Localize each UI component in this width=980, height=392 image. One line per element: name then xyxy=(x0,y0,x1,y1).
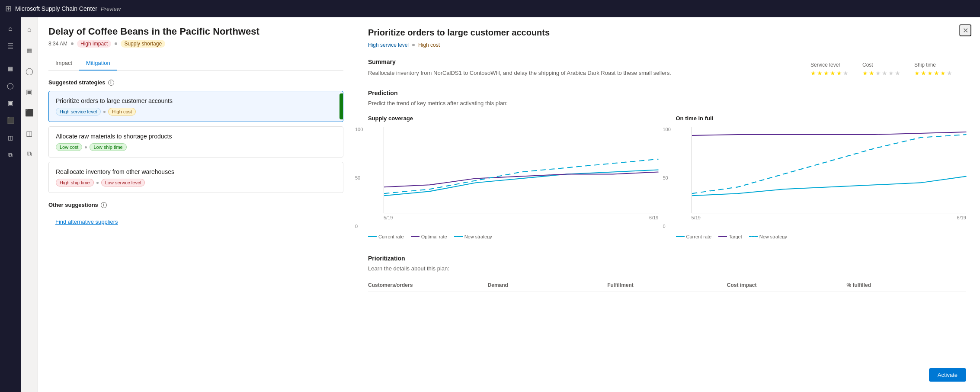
sidebar-analytics-icon[interactable]: ⬛ xyxy=(3,112,18,128)
cost-star-6: ★ xyxy=(895,70,900,77)
sidebar-person-icon[interactable]: ◯ xyxy=(3,78,18,93)
summary-text: Reallocate inventory from NorCalDS1 to C… xyxy=(368,69,793,77)
activate-button[interactable]: Activate xyxy=(929,368,966,382)
strategy-2-title: Allocate raw materials to shortage produ… xyxy=(56,133,336,140)
sidebar-home-icon[interactable]: ⌂ xyxy=(3,21,18,36)
close-button[interactable]: ✕ xyxy=(959,24,971,36)
strategy-2-tags: Low cost Low ship time xyxy=(56,143,336,151)
tabs: Impact Mitigation xyxy=(48,56,343,71)
sidebar-menu-icon[interactable]: ☰ xyxy=(3,38,18,54)
chart-area-ontime xyxy=(692,127,967,213)
sidebar-box-icon[interactable]: ▣ xyxy=(3,95,18,111)
supply-svg xyxy=(384,127,659,213)
strategy-1-title: Prioritize orders to large customer acco… xyxy=(56,97,336,104)
chart-x-labels-supply: 5/19 6/19 xyxy=(384,215,659,220)
other-info-icon[interactable]: i xyxy=(101,202,107,208)
star-3: ★ xyxy=(823,70,829,77)
right-drawer: ✕ Prioritize orders to large customer ac… xyxy=(354,17,980,392)
impact-badge: High impact xyxy=(77,40,111,48)
left-nav-team[interactable]: ◫ xyxy=(22,126,36,140)
drawer-title: Prioritize orders to large customer acco… xyxy=(368,28,966,38)
strategy-3-tags: High ship time Low service level xyxy=(56,179,336,186)
page-meta: 8:34 AM High impact Supply shortage xyxy=(48,40,343,48)
legend-new-strategy: New strategy xyxy=(454,234,492,239)
supply-legend: Current rate Optimal rate New strategy xyxy=(368,234,659,239)
sidebar: ⌂ ☰ ▦ ◯ ▣ ⬛ ◫ ⧉ xyxy=(0,17,21,392)
left-nav-analytics[interactable]: ⬛ xyxy=(22,106,36,119)
service-stars: ★ ★ ★ ★ ★ ★ xyxy=(810,70,849,77)
cost-star-1: ★ xyxy=(862,70,868,77)
prioritization-label: Prioritization xyxy=(368,255,966,262)
star-1: ★ xyxy=(810,70,816,77)
main-panel: ⌂ ▦ ◯ ▣ ⬛ ◫ ⧉ Delay of Coffee Beans in t… xyxy=(21,17,354,392)
tab-mitigation[interactable]: Mitigation xyxy=(79,56,117,71)
col-demand: Demand xyxy=(488,282,608,288)
left-nav-layers[interactable]: ⧉ xyxy=(22,147,36,161)
sidebar-dashboard-icon[interactable]: ▦ xyxy=(3,61,18,76)
prediction-label: Prediction xyxy=(368,90,966,96)
cost-star-3: ★ xyxy=(875,70,881,77)
prediction-text: Predict the trend of key metrics after a… xyxy=(368,100,966,106)
supply-badge: Supply shortage xyxy=(121,40,165,48)
ontime-svg xyxy=(692,127,967,213)
metric-cost-label: Cost xyxy=(862,62,900,68)
tab-impact[interactable]: Impact xyxy=(48,56,79,71)
drawer-tag-service: High service level xyxy=(368,42,409,48)
col-customers: Customers/orders xyxy=(368,282,488,288)
on-time-chart: On time in full 100 50 0 xyxy=(676,115,967,239)
cost-star-2: ★ xyxy=(869,70,874,77)
chart-y-labels-ontime: 100 50 0 xyxy=(663,127,671,229)
legend-current-ontime: Current rate xyxy=(676,234,712,239)
sidebar-layers-icon[interactable]: ⧉ xyxy=(3,147,18,163)
chart-x-labels-ontime: 5/19 6/19 xyxy=(692,215,967,220)
content-area: Delay of Coffee Beans in the Pacific Nor… xyxy=(38,17,354,392)
left-nav-chart[interactable]: ▦ xyxy=(22,43,36,57)
ship-star-1: ★ xyxy=(914,70,920,77)
summary-left: Summary Reallocate inventory from NorCal… xyxy=(368,58,793,77)
suggested-info-icon[interactable]: i xyxy=(108,80,114,86)
charts-row: Supply coverage 100 50 0 xyxy=(368,115,966,239)
suggested-strategies-header: Suggested strategies i xyxy=(48,79,343,86)
chart-ontime-title: On time in full xyxy=(676,115,967,122)
metric-cost: Cost ★ ★ ★ ★ ★ ★ xyxy=(862,62,900,77)
strategy-card-3[interactable]: Reallocate inventory from other warehous… xyxy=(48,162,343,193)
tag-low-cost: Low cost xyxy=(56,143,82,151)
ship-star-3: ★ xyxy=(927,70,933,77)
top-bar: ⊞ Microsoft Supply Chain Center Preview xyxy=(0,0,980,17)
metric-service-level: Service level ★ ★ ★ ★ ★ ★ xyxy=(810,62,849,77)
tag-high-cost: High cost xyxy=(108,108,136,116)
col-fulfillment: Fulfillment xyxy=(607,282,727,288)
other-suggestions-section: Other suggestions i Find alternative sup… xyxy=(48,202,343,230)
metrics-row: Service level ★ ★ ★ ★ ★ ★ xyxy=(810,62,966,77)
cost-star-4: ★ xyxy=(882,70,887,77)
star-5: ★ xyxy=(836,70,842,77)
page-time: 8:34 AM xyxy=(48,41,67,47)
chart-y-labels: 100 50 0 xyxy=(355,127,363,229)
app-preview-label: Preview xyxy=(101,6,121,12)
find-alternative[interactable]: Find alternative suppliers xyxy=(48,213,343,230)
supply-coverage-chart: Supply coverage 100 50 0 xyxy=(368,115,659,239)
left-nav-home[interactable]: ⌂ xyxy=(22,22,36,36)
tag-high-ship: High ship time xyxy=(56,179,94,186)
summary-right: Service level ★ ★ ★ ★ ★ ★ xyxy=(810,58,966,77)
prediction-section: Prediction Predict the trend of key metr… xyxy=(368,90,966,239)
ship-stars: ★ ★ ★ ★ ★ ★ xyxy=(914,70,952,77)
grid-icon[interactable]: ⊞ xyxy=(5,4,12,13)
legend-optimal: Optimal rate xyxy=(411,234,447,239)
selected-indicator xyxy=(339,93,343,119)
legend-new-ontime: New strategy xyxy=(749,234,787,239)
ship-star-5: ★ xyxy=(940,70,946,77)
strategy-card-1[interactable]: Prioritize orders to large customer acco… xyxy=(48,91,343,122)
strategy-card-2[interactable]: Allocate raw materials to shortage produ… xyxy=(48,126,343,157)
left-nav-person[interactable]: ◯ xyxy=(22,64,36,78)
cost-stars: ★ ★ ★ ★ ★ ★ xyxy=(862,70,900,77)
left-nav-box[interactable]: ▣ xyxy=(22,85,36,99)
metric-ship-label: Ship time xyxy=(914,62,952,68)
table-header: Customers/orders Demand Fulfillment Cost… xyxy=(368,279,966,292)
strategy-1-tags: High service level High cost xyxy=(56,108,336,116)
summary-section: Summary Reallocate inventory from NorCal… xyxy=(368,58,966,77)
cost-star-5: ★ xyxy=(888,70,894,77)
tag-low-service: Low service level xyxy=(101,179,145,186)
sidebar-team-icon[interactable]: ◫ xyxy=(3,130,18,145)
prioritization-text: Learn the details about this plan: xyxy=(368,265,966,272)
